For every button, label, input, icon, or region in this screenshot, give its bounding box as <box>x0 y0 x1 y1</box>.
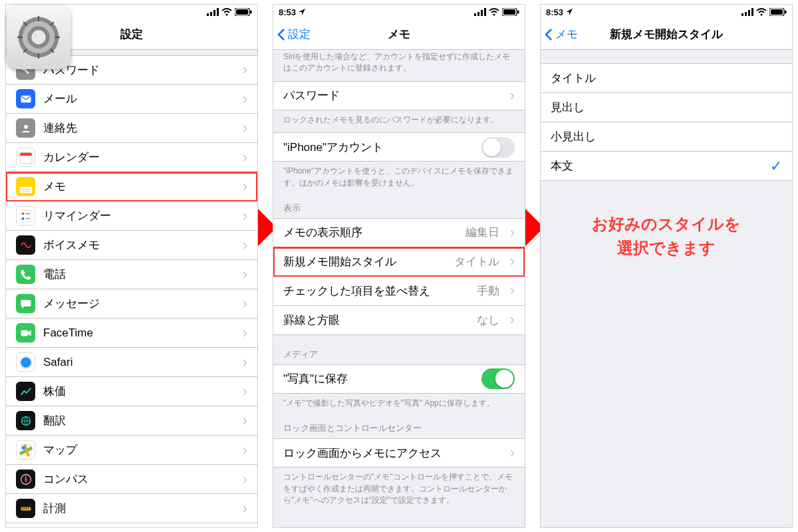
nav-title: 新規メモ開始スタイル <box>610 27 723 42</box>
settings-row-measure[interactable]: 計測› <box>6 494 257 523</box>
back-button[interactable]: 設定 <box>277 19 311 49</box>
battery-icon <box>502 8 519 16</box>
option-label: 本文 <box>551 158 762 174</box>
wifi-icon <box>221 8 232 16</box>
battery-icon <box>769 8 787 16</box>
svg-rect-70 <box>745 12 747 16</box>
style-option[interactable]: タイトル <box>541 64 792 93</box>
wifi-icon <box>756 8 767 16</box>
row-password[interactable]: パスワード › <box>273 81 525 110</box>
voicememo-icon <box>16 235 35 255</box>
row-save-photos[interactable]: "写真"に保存 <box>273 364 525 394</box>
chevron-right-icon: › <box>243 237 247 254</box>
intro-footer: Siriを使用した場合など、アカウントを指定せずに作成したメモはこのアカウントに… <box>273 47 525 81</box>
notes-settings-list[interactable]: Siriを使用した場合など、アカウントを指定せずに作成したメモはこのアカウントに… <box>273 47 525 525</box>
style-options-list[interactable]: タイトル見出し小見出し本文✓ <box>541 50 792 527</box>
settings-row-notes[interactable]: メモ› <box>6 172 257 201</box>
contacts-icon <box>16 118 35 138</box>
row-label: カレンダー <box>43 150 232 165</box>
svg-rect-72 <box>751 8 753 16</box>
toggle-iphone-account[interactable] <box>481 137 515 158</box>
location-icon <box>299 9 305 15</box>
footer-password: ロックされたメモを見るのにパスワードが必要になります。 <box>273 110 525 132</box>
settings-row-shortcuts[interactable]: ショートカット› <box>6 523 257 527</box>
row-label: メモ <box>43 179 232 194</box>
settings-app-icon <box>7 5 70 69</box>
measure-icon <box>16 499 35 518</box>
chevron-right-icon: › <box>243 471 247 488</box>
calendar-icon <box>16 148 35 167</box>
settings-row-messages[interactable]: メッセージ› <box>6 289 257 319</box>
settings-row-phone[interactable]: 電話› <box>6 260 257 289</box>
svg-rect-62 <box>477 12 479 16</box>
settings-list[interactable]: パスワード›メール›連絡先›カレンダー›メモ›リマインダー›ボイスメモ›電話›メ… <box>6 50 257 527</box>
svg-rect-21 <box>250 11 252 14</box>
svg-rect-17 <box>217 8 219 16</box>
settings-row-safari[interactable]: Safari› <box>6 348 257 377</box>
row-label: リマインダー <box>43 208 232 223</box>
reminders-icon <box>16 206 35 225</box>
chevron-right-icon: › <box>510 87 515 104</box>
svg-point-25 <box>24 124 28 128</box>
svg-rect-64 <box>484 8 486 16</box>
signal-icon <box>207 8 219 16</box>
row-label: チェックした項目を並べ替え <box>283 283 469 299</box>
wifi-icon <box>489 8 499 16</box>
signal-icon <box>741 8 753 16</box>
chevron-right-icon: › <box>510 224 515 241</box>
back-button[interactable]: メモ <box>545 19 578 49</box>
settings-row-stocks[interactable]: 株価› <box>6 377 257 406</box>
chevron-right-icon: › <box>243 442 247 459</box>
settings-row-mail[interactable]: メール› <box>6 84 257 114</box>
svg-point-34 <box>21 217 24 219</box>
section-header-media: メディア <box>273 335 525 364</box>
row-sort-order[interactable]: メモの表示順序 編集日 › <box>273 218 525 247</box>
svg-rect-32 <box>19 209 31 221</box>
row-lines-grids[interactable]: 罫線と方眼 なし › <box>273 306 525 335</box>
svg-rect-53 <box>21 507 31 511</box>
settings-row-compass[interactable]: コンパス› <box>6 465 257 494</box>
checkmark-icon: ✓ <box>770 158 782 175</box>
toggle-save-photos[interactable] <box>481 368 515 389</box>
svg-point-33 <box>21 212 24 215</box>
row-label: 新規メモ開始スタイル <box>283 254 446 269</box>
row-iphone-account[interactable]: "iPhone"アカウント <box>273 132 525 162</box>
settings-row-contacts[interactable]: 連絡先› <box>6 114 257 143</box>
svg-point-48 <box>21 446 25 450</box>
style-option[interactable]: 本文✓ <box>541 152 792 181</box>
row-label: 連絡先 <box>43 120 232 136</box>
row-label: メール <box>43 91 232 106</box>
status-time: 8:53 <box>279 7 296 17</box>
row-label: パスワード <box>283 88 499 103</box>
row-label: メッセージ <box>43 296 232 311</box>
svg-rect-27 <box>19 152 31 156</box>
row-label: "写真"に保存 <box>283 371 473 386</box>
chevron-right-icon: › <box>510 253 515 270</box>
row-new-note-style[interactable]: 新規メモ開始スタイル タイトル › <box>273 247 525 277</box>
chevron-right-icon: › <box>510 444 515 462</box>
settings-row-translate[interactable]: 翻訳› <box>6 406 257 436</box>
chevron-right-icon: › <box>243 207 247 225</box>
svg-rect-61 <box>474 13 476 16</box>
row-lock-access[interactable]: ロック画面からメモにアクセス › <box>273 438 525 467</box>
callout-line: 選択できます <box>541 236 792 260</box>
chevron-left-icon <box>277 28 285 41</box>
screen-settings: 設定 パスワード›メール›連絡先›カレンダー›メモ›リマインダー›ボイスメモ›電… <box>5 4 258 528</box>
svg-rect-67 <box>503 9 515 15</box>
back-label: 設定 <box>288 27 311 42</box>
settings-row-calendar[interactable]: カレンダー› <box>6 143 257 172</box>
option-label: 見出し <box>551 100 782 115</box>
settings-row-facetime[interactable]: FaceTime› <box>6 319 257 348</box>
settings-row-reminders[interactable]: リマインダー› <box>6 201 257 231</box>
phone-icon <box>16 265 35 284</box>
status-bar: 8:53 <box>541 5 792 19</box>
row-checked-sort[interactable]: チェックした項目を並べ替え 手動 › <box>273 277 525 306</box>
style-option[interactable]: 小見出し <box>541 122 792 152</box>
settings-row-maps[interactable]: マップ› <box>6 436 257 465</box>
chevron-right-icon: › <box>243 90 247 108</box>
signal-icon <box>474 8 486 16</box>
row-label: FaceTime <box>43 327 232 340</box>
footer-save-photos: "メモ"で撮影した写真やビデオを"写真" Appに保存します。 <box>273 394 525 416</box>
settings-row-voicememo[interactable]: ボイスメモ› <box>6 231 257 260</box>
style-option[interactable]: 見出し <box>541 93 792 122</box>
